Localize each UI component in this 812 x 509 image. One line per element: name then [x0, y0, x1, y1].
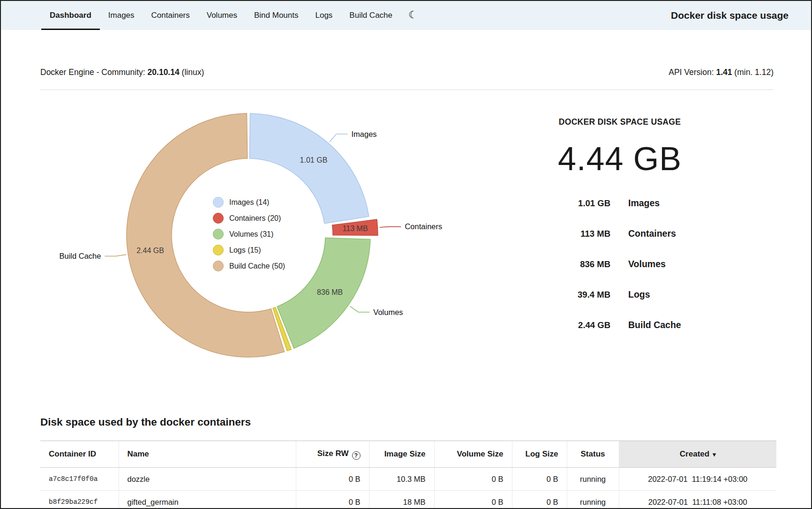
summary-size: 1.01 GB	[517, 198, 610, 209]
column-label: Image Size	[384, 449, 426, 458]
summary-row-containers: 113 MBContainers	[517, 218, 723, 249]
donut-segment-label-build-cache: Build Cache	[60, 252, 101, 260]
column-label: Size RW	[317, 449, 349, 458]
summary-row-volumes: 836 MBVolumes	[517, 249, 723, 279]
legend-swatch-containers	[213, 213, 224, 224]
engine-name-label: Docker Engine - Community:	[40, 67, 145, 77]
column-header-volume-size[interactable]: Volume Size	[434, 441, 512, 468]
tab-build-cache[interactable]: Build Cache	[341, 1, 401, 30]
summary-total: 4.44 GB	[517, 141, 723, 177]
legend-swatch-images	[213, 197, 224, 208]
tab-bind-mounts[interactable]: Bind Mounts	[246, 1, 307, 30]
summary-label: Build Cache	[628, 320, 681, 330]
column-header-image-size[interactable]: Image Size	[369, 441, 434, 468]
cell-container-id: b8f29ba229cf	[40, 491, 119, 509]
summary-label: Containers	[628, 228, 676, 239]
donut-leader-line-build-cache	[105, 254, 126, 256]
legend-swatch-build-cache	[213, 261, 224, 271]
donut-segment-label-images: Images	[351, 130, 376, 138]
summary-label: Images	[628, 198, 660, 209]
moon-icon: ☾	[408, 10, 418, 20]
column-label: Volume Size	[457, 449, 504, 458]
tab-volumes[interactable]: Volumes	[198, 1, 246, 30]
cell-created: 2022-07-01 11:11:08 +03:00	[619, 491, 776, 509]
column-label: Name	[128, 449, 149, 458]
donut-value-label-build-cache: 2.44 GB	[136, 247, 164, 254]
legend-item-volumes: Volumes (31)	[213, 229, 285, 240]
cell-created: 2022-07-01 11:19:14 +03:00	[619, 468, 776, 491]
legend-item-logs: Logs (15)	[213, 245, 285, 255]
engine-version: 20.10.14	[148, 67, 180, 77]
app-title: Docker disk space usage	[671, 10, 789, 21]
cell-name: gifted_germain	[119, 491, 296, 509]
column-header-log-size[interactable]: Log Size	[512, 441, 567, 468]
column-header-created[interactable]: Created▾	[619, 441, 776, 468]
disk-usage-summary: DOCKER DISK SPACE USAGE 4.44 GB 1.01 GBI…	[517, 117, 723, 340]
container-row-gifted-germain: b8f29ba229cfgifted_germain0 B18 MB0 B0 B…	[40, 491, 776, 509]
engine-version-text: Docker Engine - Community: 20.10.14 (lin…	[40, 67, 204, 77]
column-header-container-id[interactable]: Container ID	[40, 441, 119, 468]
legend-label-images: Images (14)	[229, 198, 269, 207]
column-label: Container ID	[49, 449, 96, 458]
legend-label-logs: Logs (15)	[229, 246, 261, 254]
containers-section-heading: Disk space used by the docker containers	[40, 416, 251, 428]
summary-size: 836 MB	[517, 259, 610, 269]
api-version-label: API Version:	[669, 67, 714, 77]
summary-row-images: 1.01 GBImages	[517, 188, 723, 218]
donut-leader-line-volumes	[350, 306, 369, 312]
engine-platform: (linux)	[182, 67, 204, 77]
legend-label-containers: Containers (20)	[229, 214, 281, 223]
cell-volume-size: 0 B	[434, 468, 512, 491]
horizontal-divider	[40, 90, 774, 90]
cell-container-id: a7c8c17f0f0a	[40, 468, 119, 491]
donut-leader-line-images	[330, 134, 347, 142]
column-header-status[interactable]: Status	[567, 441, 619, 468]
column-label: Created	[680, 449, 709, 458]
summary-label: Logs	[628, 289, 650, 300]
help-icon[interactable]: ?	[352, 451, 361, 460]
legend-item-images: Images (14)	[213, 197, 285, 208]
column-header-name[interactable]: Name	[119, 441, 296, 468]
api-min-version: (min. 1.12)	[734, 67, 774, 77]
tab-containers[interactable]: Containers	[143, 1, 198, 30]
summary-size: 39.4 MB	[517, 290, 610, 300]
donut-value-label-images: 1.01 GB	[300, 156, 328, 164]
legend-swatch-volumes	[213, 229, 224, 240]
legend-swatch-logs	[213, 245, 224, 255]
summary-row-logs: 39.4 MBLogs	[517, 279, 723, 310]
summary-size: 2.44 GB	[517, 320, 610, 330]
summary-label: Volumes	[628, 259, 666, 269]
cell-log-size: 0 B	[512, 468, 567, 491]
containers-table-wrap: Container IDNameSize RW?Image SizeVolume…	[40, 441, 776, 509]
column-label: Log Size	[526, 449, 558, 458]
containers-table: Container IDNameSize RW?Image SizeVolume…	[40, 441, 776, 509]
api-version-text: API Version: 1.41 (min. 1.12)	[669, 67, 774, 77]
column-label: Status	[581, 449, 605, 458]
dark-mode-toggle[interactable]: ☾	[408, 10, 418, 21]
column-header-size-rw[interactable]: Size RW?	[296, 441, 369, 468]
cell-status: running	[567, 491, 619, 509]
tab-logs[interactable]: Logs	[307, 1, 341, 30]
cell-name: dozzle	[119, 468, 296, 491]
legend-item-containers: Containers (20)	[213, 213, 285, 224]
summary-rows: 1.01 GBImages113 MBContainers836 MBVolum…	[517, 188, 723, 340]
engine-info-bar: Docker Engine - Community: 20.10.14 (lin…	[40, 67, 774, 77]
donut-segment-label-volumes: Volumes	[373, 308, 403, 316]
donut-value-label-volumes: 836 MB	[317, 288, 343, 296]
summary-heading: DOCKER DISK SPACE USAGE	[517, 117, 723, 127]
donut-segment-label-containers: Containers	[405, 222, 442, 231]
tab-dashboard[interactable]: Dashboard	[41, 1, 100, 30]
nav-tabs: DashboardImagesContainersVolumesBind Mou…	[41, 1, 401, 30]
sort-desc-icon: ▾	[713, 451, 716, 458]
summary-size: 113 MB	[517, 229, 610, 239]
tab-images[interactable]: Images	[100, 1, 143, 30]
legend-item-build-cache: Build Cache (50)	[213, 261, 285, 271]
donut-value-label-containers: 113 MB	[343, 225, 368, 232]
cell-size-rw: 0 B	[296, 468, 369, 491]
donut-leader-line-containers	[379, 227, 401, 227]
donut-legend: Images (14)Containers (20)Volumes (31)Lo…	[213, 197, 285, 271]
cell-log-size: 0 B	[512, 491, 567, 509]
app-window: DashboardImagesContainersVolumesBind Mou…	[0, 0, 812, 509]
top-navigation-bar: DashboardImagesContainersVolumesBind Mou…	[1, 1, 811, 30]
cell-image-size: 10.3 MB	[369, 468, 434, 491]
